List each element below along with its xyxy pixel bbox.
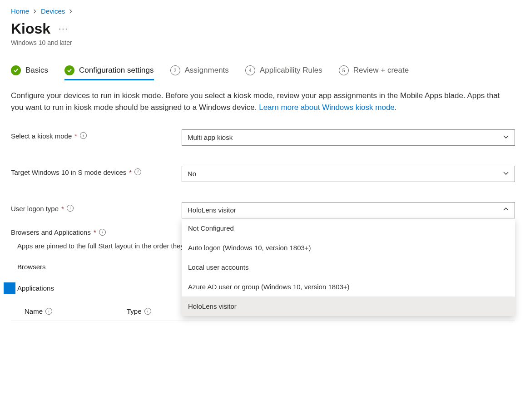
info-icon[interactable]: i — [80, 132, 87, 139]
chevron-down-icon — [503, 133, 509, 141]
required-star-icon: * — [94, 228, 96, 236]
dropdown-option[interactable]: Azure AD user or group (Windows 10, vers… — [182, 277, 515, 296]
learn-more-link[interactable]: Learn more about Windows kiosk mode — [259, 103, 395, 112]
select-value: HoloLens visitor — [188, 206, 236, 214]
dropdown-option[interactable]: Not Configured — [182, 218, 515, 238]
intro-text: Configure your devices to run in kiosk m… — [11, 90, 510, 114]
chevron-up-icon — [503, 206, 509, 214]
tab-label: Basics — [25, 66, 48, 75]
s-mode-label: Target Windows 10 in S mode devices * i — [11, 166, 182, 176]
subtab-applications[interactable]: Applications — [17, 282, 54, 295]
kiosk-mode-label: Select a kiosk mode * i — [11, 129, 182, 140]
required-star-icon: * — [129, 168, 132, 176]
logon-type-select[interactable]: HoloLens visitor — [182, 202, 515, 218]
tab-label: Applicability Rules — [260, 66, 322, 75]
s-mode-select[interactable]: No — [182, 166, 515, 182]
info-icon[interactable]: i — [99, 229, 106, 236]
chevron-down-icon — [503, 170, 509, 178]
info-icon[interactable]: i — [67, 205, 74, 212]
more-actions-icon[interactable]: ··· — [57, 24, 70, 34]
tab-review-create[interactable]: 5 Review + create — [339, 65, 409, 80]
step-number-icon: 4 — [245, 65, 255, 75]
select-value: Multi app kiosk — [188, 133, 233, 141]
tab-label: Configuration settings — [79, 66, 154, 75]
breadcrumb-devices[interactable]: Devices — [41, 7, 65, 15]
step-number-icon: 3 — [170, 65, 180, 75]
kiosk-mode-select[interactable]: Multi app kiosk — [182, 129, 515, 146]
dropdown-option[interactable]: HoloLens visitor — [182, 296, 515, 316]
th-name: Name i — [25, 307, 127, 315]
required-star-icon: * — [74, 132, 77, 140]
step-number-icon: 5 — [339, 65, 349, 75]
check-icon — [64, 65, 74, 75]
breadcrumb-home[interactable]: Home — [11, 7, 29, 15]
page-title: Kiosk — [11, 20, 50, 37]
breadcrumb: Home Devices — [11, 7, 519, 15]
dropdown-option[interactable]: Auto logon (Windows 10, version 1803+) — [182, 238, 515, 257]
tab-label: Review + create — [353, 66, 409, 75]
check-icon — [11, 65, 21, 75]
chevron-right-icon — [69, 8, 73, 15]
logon-type-dropdown: Not Configured Auto logon (Windows 10, v… — [182, 218, 515, 316]
tab-configuration-settings[interactable]: Configuration settings — [64, 65, 154, 80]
info-icon[interactable]: i — [144, 308, 151, 315]
tab-applicability-rules[interactable]: 4 Applicability Rules — [245, 65, 322, 80]
page-subtitle: Windows 10 and later — [11, 39, 519, 46]
info-icon[interactable]: i — [45, 308, 52, 315]
tab-assignments[interactable]: 3 Assignments — [170, 65, 229, 80]
required-star-icon: * — [61, 205, 64, 212]
page-header: Kiosk ··· — [11, 20, 519, 37]
select-value: No — [188, 170, 196, 178]
subtab-browsers[interactable]: Browsers — [17, 260, 46, 273]
logon-type-label: User logon type * i — [11, 202, 182, 212]
dropdown-option[interactable]: Local user accounts — [182, 257, 515, 277]
chevron-right-icon — [33, 8, 37, 15]
info-icon[interactable]: i — [134, 168, 141, 175]
wizard-tabs: Basics Configuration settings 3 Assignme… — [11, 65, 519, 80]
tab-basics[interactable]: Basics — [11, 65, 48, 80]
tab-label: Assignments — [185, 66, 229, 75]
